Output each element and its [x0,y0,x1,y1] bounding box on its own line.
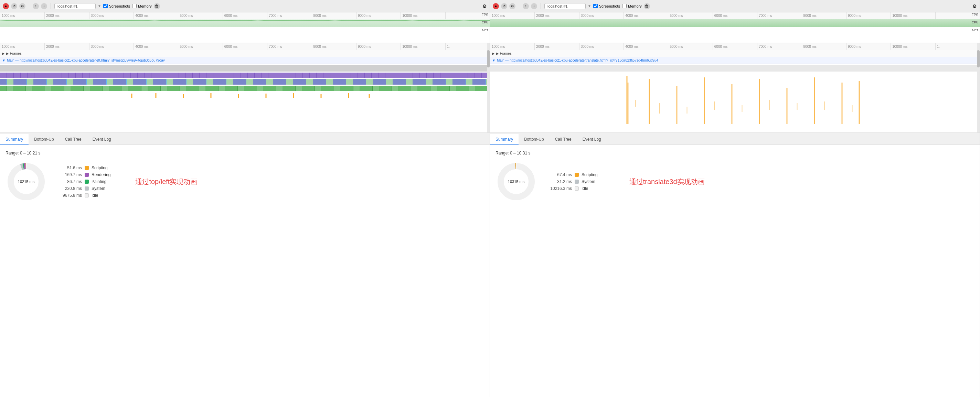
cpu-label-overview: CPU [482,21,488,24]
trash-button[interactable]: 🗑 [154,3,160,9]
right-main-thread-url: Main — http://localhost:63342/es-basic/2… [497,59,658,62]
mtick-6: 6000 ms [223,43,267,50]
right-trash-button[interactable]: 🗑 [644,3,650,9]
svg-rect-30 [687,106,687,114]
mtick-4: 4000 ms [134,43,178,50]
tick-7: 7000 ms [267,13,312,19]
tick-8: 8000 ms [312,13,356,19]
flame-blocks-row1 [0,73,490,78]
tab-calltree-right[interactable]: Call Tree [549,134,577,145]
stop-button[interactable]: ⊘ [19,3,25,9]
tab-summary-right[interactable]: Summary [490,134,519,145]
left-timeline-main[interactable]: 1000 ms 2000 ms 3000 ms 4000 ms 5000 ms … [0,43,490,133]
right-separator-1 [519,3,519,9]
svg-rect-23 [759,79,760,124]
right-memory-checkbox[interactable] [622,4,627,8]
rtick-10: 10000 ms [891,13,935,19]
left-overview-ruler: 1000 ms 2000 ms 3000 ms 4000 ms 5000 ms … [0,13,490,19]
right-gear-icon[interactable]: ⚙ [972,3,977,9]
right-stat-scripting: 67.4 ms Scripting [548,172,598,177]
svg-rect-9 [321,94,322,98]
right-ruler-ticks: 1000 ms 2000 ms 3000 ms 4000 ms 5000 ms … [490,13,980,19]
left-stat-painting: 86.7 ms Painting [58,179,110,184]
left-stat-rendering: 169.7 ms Rendering [58,172,110,177]
download-button[interactable]: ↓ [41,3,47,9]
gear-icon[interactable]: ⚙ [482,3,487,9]
svg-rect-7 [266,94,267,98]
tab-bottomup-right[interactable]: Bottom-Up [519,134,549,145]
rmtick-3: 3000 ms [579,43,624,50]
right-screenshots-checkbox[interactable] [593,4,598,8]
svg-rect-28 [635,100,636,106]
right-upload-button[interactable]: ↑ [523,3,529,9]
right-tabs-bar: Summary Bottom-Up Call Tree Event Log [490,133,980,145]
left-donut-label: 10215 ms [18,179,34,184]
record-button[interactable]: ● [3,3,9,9]
flame-row-6 [0,105,490,111]
left-frames-row[interactable]: ▶ ▶ Frames [0,50,490,57]
rtick-6: 6000 ms [713,13,757,19]
left-tabs-bar: Summary Bottom-Up Call Tree Event Log [0,133,490,145]
right-system-ms: 31.2 ms [548,179,572,184]
right-download-button[interactable]: ↓ [531,3,537,9]
left-idle-ms: 9675.8 ms [58,193,82,198]
tick-5: 5000 ms [178,13,222,19]
screenshots-checkbox[interactable] [103,4,108,8]
screenshots-label: Screenshots [109,4,130,8]
tab-summary-left[interactable]: Summary [0,134,29,145]
right-reload-button[interactable]: ↺ [501,3,507,9]
right-system-swatch [575,179,579,184]
right-scroll-thumb[interactable] [977,50,980,67]
right-record-button[interactable]: ● [493,3,499,9]
left-scrollbar[interactable] [487,43,490,132]
right-screenshots-group: Screenshots [593,4,620,8]
right-summary-panel: Range: 0 – 10.31 s 10315 ms 67.4 ms [490,145,980,397]
right-fps-label: FPS [972,13,978,17]
rtick-2: 2000 ms [535,13,579,19]
left-system-ms: 230.8 ms [58,186,82,191]
reload-button[interactable]: ↺ [11,3,17,9]
left-idle-swatch [85,193,89,197]
svg-rect-22 [732,84,733,124]
right-stop-button[interactable]: ⊘ [509,3,515,9]
left-stat-system: 230.8 ms System [58,186,110,191]
rmtick-4: 4000 ms [624,43,668,50]
svg-rect-8 [293,93,294,98]
right-donut-chart: 10315 ms [495,161,537,202]
left-scripting-swatch [85,166,89,170]
right-scrollbar[interactable] [977,43,980,132]
upload-button[interactable]: ↑ [33,3,39,9]
left-main-thread-row[interactable]: ▼ Main — http://localhost:63342/es-basic… [0,57,490,64]
tab-eventlog-right[interactable]: Event Log [577,134,607,145]
right-frames-row[interactable]: ▶ ▶ Frames [490,50,980,57]
left-fps-track: CPU [0,19,490,27]
left-overview: 1000 ms 2000 ms 3000 ms 4000 ms 5000 ms … [0,13,490,43]
memory-checkbox[interactable] [132,4,137,8]
right-timeline-main[interactable]: 1000 ms 2000 ms 3000 ms 4000 ms 5000 ms … [490,43,980,133]
tab-eventlog-left[interactable]: Event Log [87,134,117,145]
tab-bottomup-left[interactable]: Bottom-Up [29,134,59,145]
rmtick-10: 10000 ms [891,43,935,50]
mtick-8: 8000 ms [312,43,356,50]
svg-rect-5 [211,93,212,98]
svg-rect-31 [714,102,715,110]
right-flame-vis [490,72,980,127]
svg-rect-26 [842,83,843,124]
right-main-thread-row[interactable]: ▼ Main — http://localhost:63342/es-basic… [490,57,980,64]
svg-rect-35 [824,102,825,110]
frames-triangle: ▶ [2,52,5,56]
tick-3: 3000 ms [89,13,134,19]
flame-row-3 [0,85,490,92]
left-flame-vis [0,72,490,121]
left-rendering-swatch [85,173,89,177]
right-stat-system: 31.2 ms System [548,179,598,184]
svg-rect-11 [369,94,370,98]
right-main-ruler: 1000 ms 2000 ms 3000 ms 4000 ms 5000 ms … [490,43,980,50]
svg-rect-17 [627,76,628,124]
mtick-1: 1000 ms [0,43,45,50]
tab-calltree-left[interactable]: Call Tree [59,134,87,145]
left-scroll-thumb[interactable] [487,50,490,67]
tick-10: 10000 ms [401,13,445,19]
mtick-7: 7000 ms [267,43,312,50]
left-donut-chart: 10215 ms [5,161,47,202]
